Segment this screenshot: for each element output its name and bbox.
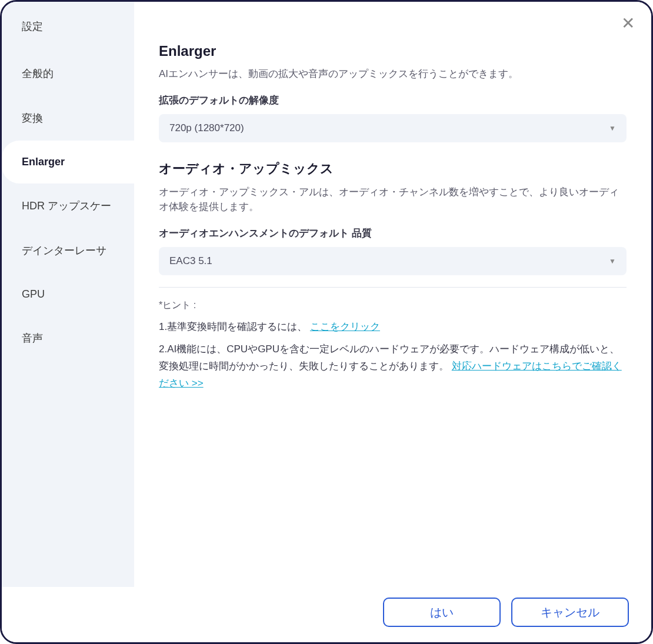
dialog-body: 設定 全般的 変換 Enlarger HDR アップスケー デインターレーサ G… <box>2 2 651 587</box>
content-panel: Enlarger AIエンハンサーは、動画の拡大や音声のアップミックスを行うこと… <box>134 2 651 587</box>
section-description: AIエンハンサーは、動画の拡大や音声のアップミックスを行うことができます。 <box>159 66 627 82</box>
cancel-button-label: キャンセル <box>541 605 599 620</box>
sidebar-item-label: 音声 <box>22 332 43 344</box>
cancel-button[interactable]: キャンセル <box>511 598 629 627</box>
sidebar-item-gpu[interactable]: GPU <box>2 273 134 316</box>
resolution-label: 拡張のデフォルトの解像度 <box>159 94 627 107</box>
dialog-footer: はい キャンセル <box>2 587 651 642</box>
audio-upmix-header: オーディオ・アップミックス <box>159 160 627 178</box>
audio-quality-label: オーディオエンハンスメントのデフォルト 品質 <box>159 226 627 240</box>
sidebar-item-enlarger[interactable]: Enlarger <box>2 141 134 183</box>
ok-button-label: はい <box>430 605 454 620</box>
hint-label: *ヒント : <box>159 299 627 312</box>
sidebar-item-deinterlacer[interactable]: デインターレーサ <box>2 228 134 273</box>
resolution-select[interactable]: 720p (1280*720) ▼ <box>159 114 627 142</box>
sidebar: 設定 全般的 変換 Enlarger HDR アップスケー デインターレーサ G… <box>2 2 134 587</box>
audio-quality-select[interactable]: EAC3 5.1 ▼ <box>159 247 627 275</box>
sidebar-item-label: HDR アップスケー <box>22 200 111 212</box>
hint-1-text: 1.基準変換時間を確認するには、 <box>159 321 307 332</box>
sidebar-item-audio[interactable]: 音声 <box>2 316 134 361</box>
sidebar-item-label: 変換 <box>22 112 43 124</box>
hint-1: 1.基準変換時間を確認するには、 ここをクリック <box>159 319 627 336</box>
sidebar-item-label: Enlarger <box>22 156 65 168</box>
sidebar-item-hdr-upscale[interactable]: HDR アップスケー <box>2 183 134 228</box>
chevron-down-icon: ▼ <box>609 124 616 132</box>
sidebar-item-label: GPU <box>22 288 45 300</box>
dialog-title: 設定 <box>2 8 134 51</box>
close-button[interactable]: ✕ <box>621 14 635 33</box>
sidebar-item-label: 全般的 <box>22 68 54 79</box>
audio-quality-value: EAC3 5.1 <box>169 255 212 267</box>
ok-button[interactable]: はい <box>383 598 501 627</box>
close-icon: ✕ <box>621 14 635 32</box>
settings-dialog: ✕ 設定 全般的 変換 Enlarger HDR アップスケー デインターレーサ… <box>0 0 653 644</box>
sidebar-item-convert[interactable]: 変換 <box>2 96 134 141</box>
sidebar-item-general[interactable]: 全般的 <box>2 51 134 96</box>
section-title: Enlarger <box>159 43 627 59</box>
divider <box>159 287 627 288</box>
hint-1-link[interactable]: ここをクリック <box>310 321 380 332</box>
chevron-down-icon: ▼ <box>609 257 616 265</box>
audio-upmix-description: オーディオ・アップミックス・アルは、オーディオ・チャンネル数を増やすことで、より… <box>159 185 627 215</box>
hint-2: 2.AI機能には、CPUやGPUを含む一定レベルのハードウェアが必要です。ハード… <box>159 341 627 392</box>
resolution-value: 720p (1280*720) <box>169 122 244 134</box>
sidebar-item-label: デインターレーサ <box>22 245 106 256</box>
